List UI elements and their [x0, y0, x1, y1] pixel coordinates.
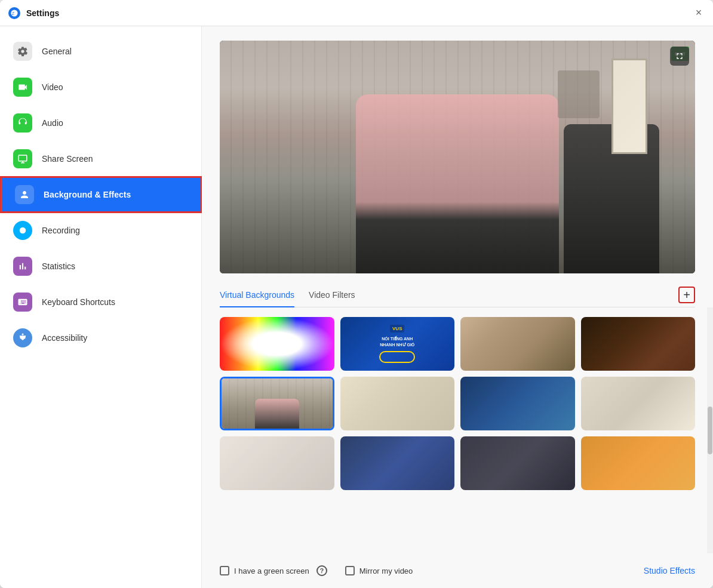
- video-icon: [13, 78, 32, 97]
- window-title: Settings: [26, 8, 693, 18]
- sidebar-label-keyboard-shortcuts: Keyboard Shortcuts: [42, 297, 115, 307]
- tab-video-filters[interactable]: Video Filters: [309, 283, 355, 307]
- mirror-video-group: Mirror my video: [345, 566, 413, 575]
- sidebar-item-audio[interactable]: Audio: [0, 105, 201, 141]
- sidebar-item-keyboard-shortcuts[interactable]: Keyboard Shortcuts: [0, 284, 201, 320]
- sidebar-label-general: General: [42, 47, 72, 56]
- mirror-video-checkbox[interactable]: [345, 566, 355, 575]
- accessibility-icon: [13, 328, 32, 347]
- bg-current-room[interactable]: [220, 377, 334, 430]
- bg-dining-room[interactable]: [581, 317, 696, 371]
- gear-icon: [13, 42, 32, 61]
- close-button[interactable]: ×: [693, 7, 705, 19]
- sidebar-item-accessibility[interactable]: Accessibility: [0, 320, 201, 356]
- tabs-header: Virtual Backgrounds Video Filters +: [220, 283, 695, 307]
- tab-virtual-backgrounds[interactable]: Virtual Backgrounds: [220, 283, 294, 307]
- scrollbar-track: [707, 307, 713, 553]
- sidebar-item-background-effects[interactable]: Background & Effects: [0, 177, 201, 213]
- sidebar-item-statistics[interactable]: Statistics: [0, 248, 201, 284]
- sidebar-label-share-screen: Share Screen: [42, 154, 93, 164]
- svg-text:Z: Z: [12, 11, 15, 15]
- bg-colorful-powder[interactable]: [220, 317, 334, 371]
- backgrounds-row-1: VUS NÓI TIẾNG ANHNHANH NHƯ GIÓ: [220, 317, 695, 371]
- expand-button[interactable]: [670, 47, 689, 66]
- sidebar-label-accessibility: Accessibility: [42, 333, 87, 343]
- bg-modern-room[interactable]: [581, 377, 696, 430]
- sidebar-item-general[interactable]: General: [0, 33, 201, 69]
- headphone-icon: [13, 113, 32, 133]
- background-effects-icon: [15, 185, 34, 204]
- bg-row3-item1[interactable]: [220, 436, 334, 490]
- bg-blue-banner[interactable]: VUS NÓI TIẾNG ANHNHANH NHƯ GIÓ: [340, 317, 455, 371]
- add-background-button[interactable]: +: [678, 287, 695, 303]
- sidebar-item-video[interactable]: Video: [0, 69, 201, 105]
- svg-point-3: [22, 334, 24, 335]
- bg-row3-item2[interactable]: [340, 436, 455, 490]
- footer-options: I have a green screen ? Mirror my video …: [202, 553, 713, 588]
- sidebar-label-statistics: Statistics: [42, 261, 75, 271]
- sidebar-item-recording[interactable]: Recording: [0, 213, 201, 248]
- statistics-icon: [13, 257, 32, 276]
- titlebar: Z Settings ×: [0, 0, 713, 26]
- green-screen-label: I have a green screen: [234, 567, 309, 575]
- sidebar-item-share-screen[interactable]: Share Screen: [0, 141, 201, 177]
- video-preview: EXIT: [220, 41, 695, 273]
- studio-effects-link[interactable]: Studio Effects: [644, 566, 695, 575]
- recording-icon: [13, 221, 32, 240]
- green-screen-group: I have a green screen ?: [220, 565, 327, 576]
- sidebar-label-audio: Audio: [42, 118, 63, 128]
- bg-living-room-1[interactable]: [460, 317, 575, 371]
- backgrounds-row-3: [220, 436, 695, 490]
- backgrounds-row-2: [220, 377, 695, 430]
- svg-point-2: [20, 227, 26, 234]
- bg-row3-item3[interactable]: [460, 436, 575, 490]
- green-screen-help-icon[interactable]: ?: [316, 565, 327, 576]
- bg-row3-item4[interactable]: [581, 436, 696, 490]
- green-screen-checkbox[interactable]: [220, 566, 229, 575]
- tabs-area: Virtual Backgrounds Video Filters +: [202, 283, 713, 307]
- sidebar-label-background-effects: Background & Effects: [44, 190, 131, 199]
- share-screen-icon: [13, 149, 32, 168]
- bg-blue-room[interactable]: [460, 377, 575, 430]
- backgrounds-grid: VUS NÓI TIẾNG ANHNHANH NHƯ GIÓ: [202, 307, 713, 553]
- sidebar-label-recording: Recording: [42, 226, 80, 235]
- main-content: EXIT Virtual Backgrounds Video Filters +: [202, 26, 713, 588]
- sidebar-label-video: Video: [42, 82, 63, 92]
- mirror-video-label: Mirror my video: [359, 567, 413, 575]
- content-area: General Video Audio Share Screen: [0, 26, 713, 588]
- bg-studio-room[interactable]: [340, 377, 455, 430]
- sidebar: General Video Audio Share Screen: [0, 26, 202, 588]
- preview-area: EXIT: [202, 26, 713, 283]
- keyboard-icon: [13, 293, 32, 312]
- scrollbar-thumb[interactable]: [708, 407, 712, 454]
- app-icon: Z: [8, 7, 20, 19]
- settings-window: Z Settings × General Video: [0, 0, 713, 588]
